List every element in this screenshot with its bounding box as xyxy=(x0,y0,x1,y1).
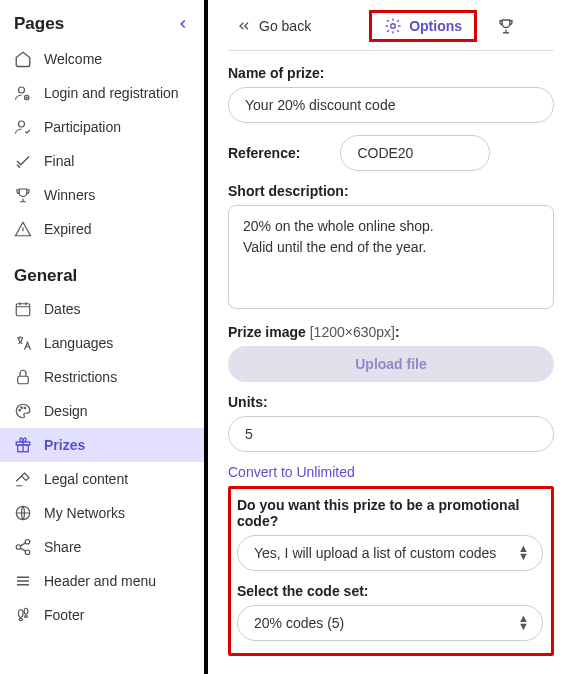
name-of-prize-group: Name of prize: xyxy=(228,65,554,123)
upload-file-button[interactable]: Upload file xyxy=(228,346,554,382)
sidebar-item-restrictions[interactable]: Restrictions xyxy=(0,360,204,394)
convert-unlimited-link[interactable]: Convert to Unlimited xyxy=(228,464,554,480)
sidebar-item-label: Expired xyxy=(44,221,91,237)
footprint-icon xyxy=(14,606,32,624)
tab-winners-icon[interactable] xyxy=(497,17,515,35)
svg-point-6 xyxy=(21,407,23,409)
svg-point-2 xyxy=(19,121,25,127)
reference-label: Reference: xyxy=(228,145,300,161)
main-content: Go back Options 1 Name of prize: Referen… xyxy=(208,0,566,674)
topbar: Go back Options xyxy=(228,10,554,51)
lock-icon xyxy=(14,368,32,386)
options-label: Options xyxy=(409,18,462,34)
sidebar-item-label: Login and registration xyxy=(44,85,179,101)
sidebar-item-header-menu[interactable]: Header and menu xyxy=(0,564,204,598)
sidebar-item-footer[interactable]: Footer xyxy=(0,598,204,632)
pages-title: Pages xyxy=(14,14,64,34)
sidebar-item-final[interactable]: Final xyxy=(0,144,204,178)
prize-image-group: Prize image [1200×630px]: Upload file xyxy=(228,324,554,382)
go-back-button[interactable]: Go back xyxy=(228,14,319,38)
svg-point-13 xyxy=(25,550,30,555)
prize-image-label: Prize image [1200×630px]: xyxy=(228,324,554,340)
gift-icon xyxy=(14,436,32,454)
svg-point-14 xyxy=(19,610,24,618)
sidebar-item-label: Welcome xyxy=(44,51,102,67)
sidebar-item-design[interactable]: Design xyxy=(0,394,204,428)
trophy-icon xyxy=(14,186,32,204)
sidebar-item-label: Share xyxy=(44,539,81,555)
promo-select[interactable]: Yes, I will upload a list of custom code… xyxy=(237,535,543,571)
svg-point-16 xyxy=(24,608,28,614)
sidebar-item-label: Design xyxy=(44,403,88,419)
sidebar-item-label: Prizes xyxy=(44,437,85,453)
sidebar-item-winners[interactable]: Winners xyxy=(0,178,204,212)
svg-point-0 xyxy=(19,87,25,93)
svg-point-12 xyxy=(16,545,21,550)
promo-code-section: Do you want this prize to be a promotion… xyxy=(228,486,554,656)
sidebar-item-prizes[interactable]: Prizes xyxy=(0,428,204,462)
sidebar-item-dates[interactable]: Dates xyxy=(0,292,204,326)
short-desc-group: Short description: 20% on the whole onli… xyxy=(228,183,554,312)
home-icon xyxy=(14,50,32,68)
svg-rect-3 xyxy=(16,304,30,316)
sidebar-item-expired[interactable]: Expired xyxy=(0,212,204,246)
sidebar-item-label: Participation xyxy=(44,119,121,135)
sidebar-item-label: Header and menu xyxy=(44,573,156,589)
svg-point-17 xyxy=(25,616,28,618)
svg-point-15 xyxy=(19,618,22,620)
reference-group: Reference: xyxy=(228,135,554,171)
sidebar-item-languages[interactable]: Languages xyxy=(0,326,204,360)
prize-image-hint: [1200×630px] xyxy=(306,324,395,340)
svg-point-7 xyxy=(24,407,26,409)
sidebar-item-login-registration[interactable]: Login and registration xyxy=(0,76,204,110)
promo-group: Do you want this prize to be a promotion… xyxy=(237,497,543,571)
sidebar-item-label: Languages xyxy=(44,335,113,351)
menu-icon xyxy=(14,572,32,590)
go-back-label: Go back xyxy=(259,18,311,34)
svg-point-18 xyxy=(391,24,396,29)
prize-image-colon: : xyxy=(395,324,400,340)
user-add-icon xyxy=(14,84,32,102)
tab-options[interactable]: Options xyxy=(369,10,477,42)
units-group: Units: xyxy=(228,394,554,452)
sidebar-item-label: Footer xyxy=(44,607,84,623)
name-input[interactable] xyxy=(228,87,554,123)
sidebar-item-label: Final xyxy=(44,153,74,169)
codeset-label: Select the code set: xyxy=(237,583,543,599)
sidebar-item-label: Dates xyxy=(44,301,81,317)
share-icon xyxy=(14,538,32,556)
name-label: Name of prize: xyxy=(228,65,554,81)
sidebar-item-legal-content[interactable]: Legal content xyxy=(0,462,204,496)
units-input[interactable] xyxy=(228,416,554,452)
gear-icon xyxy=(384,17,402,35)
general-title: General xyxy=(0,260,204,292)
calendar-icon xyxy=(14,300,32,318)
sidebar-header-pages: Pages xyxy=(0,10,204,42)
reference-input[interactable] xyxy=(340,135,490,171)
promo-label: Do you want this prize to be a promotion… xyxy=(237,497,543,529)
sidebar-item-label: Winners xyxy=(44,187,95,203)
svg-rect-4 xyxy=(18,376,29,384)
codeset-group: Select the code set: 20% codes (5) ▲▼ xyxy=(237,583,543,641)
sidebar: Pages Welcome Login and registration Par… xyxy=(0,0,208,674)
short-desc-textarea[interactable]: 20% on the whole online shop. Valid unti… xyxy=(228,205,554,309)
codeset-select[interactable]: 20% codes (5) xyxy=(237,605,543,641)
svg-point-5 xyxy=(19,410,21,412)
sidebar-item-share[interactable]: Share xyxy=(0,530,204,564)
prize-image-text: Prize image xyxy=(228,324,306,340)
gavel-icon xyxy=(14,470,32,488)
translate-icon xyxy=(14,334,32,352)
collapse-sidebar-icon[interactable] xyxy=(176,17,190,31)
chevrons-left-icon xyxy=(236,18,252,34)
units-label: Units: xyxy=(228,394,554,410)
globe-icon xyxy=(14,504,32,522)
sidebar-item-label: Restrictions xyxy=(44,369,117,385)
sidebar-item-welcome[interactable]: Welcome xyxy=(0,42,204,76)
warning-icon xyxy=(14,220,32,238)
sidebar-item-my-networks[interactable]: My Networks xyxy=(0,496,204,530)
sidebar-item-label: Legal content xyxy=(44,471,128,487)
sidebar-item-participation[interactable]: Participation xyxy=(0,110,204,144)
sidebar-item-label: My Networks xyxy=(44,505,125,521)
short-desc-label: Short description: xyxy=(228,183,554,199)
checkmark-icon xyxy=(14,152,32,170)
